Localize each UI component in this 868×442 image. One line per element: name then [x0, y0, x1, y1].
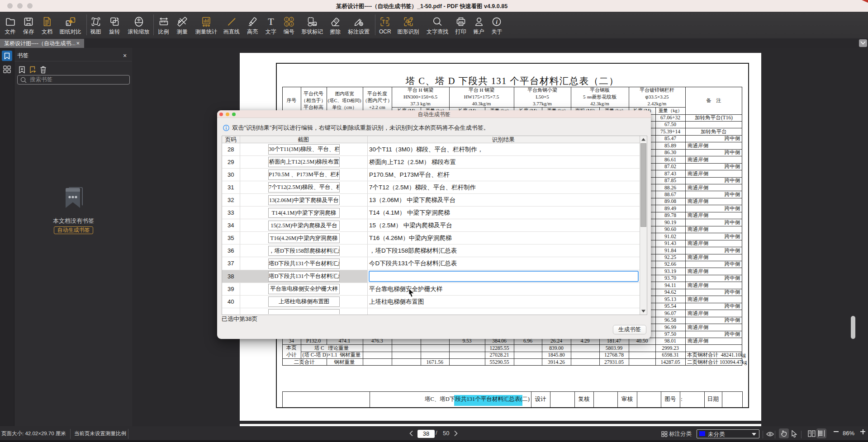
svg-text:3: 3	[286, 23, 288, 26]
svg-text:1: 1	[286, 18, 288, 21]
svg-text:B: B	[67, 23, 69, 25]
svg-text:i: i	[496, 19, 498, 25]
